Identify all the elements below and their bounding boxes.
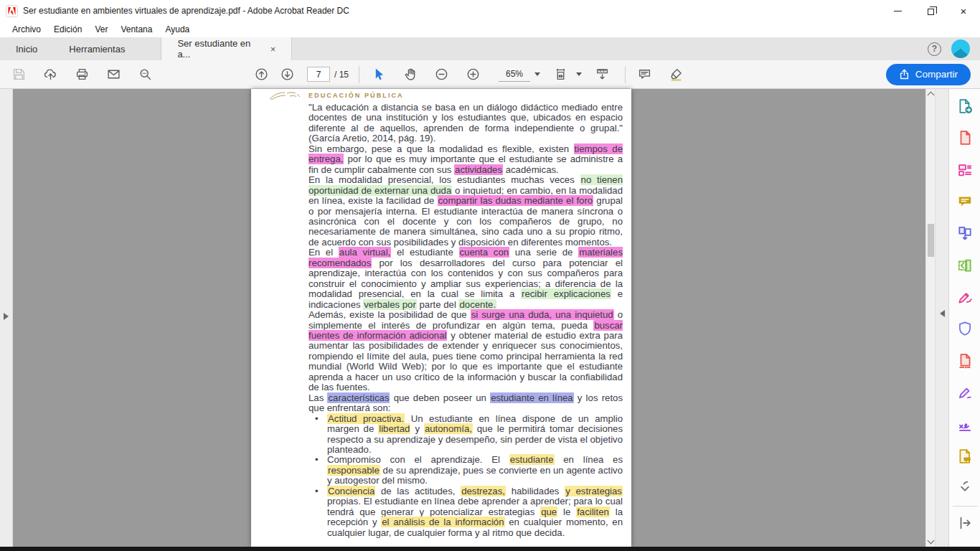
fit-width-icon bbox=[550, 65, 570, 85]
save-button[interactable] bbox=[9, 65, 29, 85]
tab-list: InicioHerramientasSer estudiante en a...… bbox=[0, 37, 292, 60]
share-icon bbox=[899, 69, 910, 80]
paragraph: Además, existe la posibilidad de que si … bbox=[308, 310, 623, 393]
titlebar: Ser estudiante en ambientes virtuales de… bbox=[0, 0, 980, 22]
menu-item-archivo[interactable]: Archivo bbox=[6, 24, 47, 34]
tools-sidebar bbox=[948, 89, 980, 547]
toolbar: / 15 65% Compartir bbox=[0, 60, 980, 89]
window-controls: × bbox=[881, 0, 980, 22]
doc-note-icon[interactable] bbox=[956, 448, 974, 463]
zoom-in-button[interactable] bbox=[463, 65, 483, 85]
combine-files-icon[interactable] bbox=[956, 225, 974, 241]
right-pane-toggle[interactable] bbox=[935, 89, 948, 547]
bullet-item: Conciencia de las actitudes, destrezas, … bbox=[308, 486, 623, 538]
find-button[interactable] bbox=[135, 65, 155, 85]
fill-sign-icon[interactable] bbox=[956, 289, 974, 305]
brand-title: EDUCACIÓN PÚBLICA bbox=[308, 92, 404, 99]
more-tools-icon[interactable] bbox=[956, 480, 974, 496]
paragraph: "La educación a distancia se basa en un … bbox=[308, 103, 623, 144]
page-count-label: / 15 bbox=[334, 70, 349, 80]
previous-page-button[interactable] bbox=[251, 65, 271, 85]
paragraph: En el aula virtual, el estudiante cuenta… bbox=[308, 248, 623, 310]
zoom-level-value: 65% bbox=[499, 67, 530, 82]
email-button[interactable] bbox=[103, 65, 123, 85]
hand-tool-button[interactable] bbox=[400, 65, 420, 85]
fit-page-button[interactable] bbox=[592, 65, 612, 85]
document-canvas: EDUCACIÓN PÚBLICA "La educación a distan… bbox=[13, 89, 925, 547]
export-pdf-icon[interactable] bbox=[956, 98, 974, 114]
minimize-button[interactable] bbox=[881, 0, 914, 22]
menu-item-ver[interactable]: Ver bbox=[88, 24, 114, 34]
help-icon[interactable]: ? bbox=[928, 42, 941, 56]
restore-button[interactable] bbox=[914, 0, 947, 22]
menu-item-edicion[interactable]: Edición bbox=[47, 24, 88, 34]
expand-pane-icon[interactable] bbox=[953, 506, 977, 531]
sign-pen-icon[interactable] bbox=[956, 385, 974, 400]
page-header: EDUCACIÓN PÚBLICA bbox=[251, 90, 631, 100]
menu-item-ventana[interactable]: Ventana bbox=[114, 24, 159, 34]
zoom-level-dropdown[interactable]: 65% bbox=[499, 67, 540, 82]
print-button[interactable] bbox=[72, 65, 92, 85]
tabbar-right: ? bbox=[928, 37, 980, 60]
tab-label: Ser estudiante en a... bbox=[177, 38, 261, 60]
workspace: EDUCACIÓN PÚBLICA "La educación a distan… bbox=[0, 89, 980, 547]
paragraph: Las características que deben poseer un … bbox=[308, 393, 623, 414]
zoom-out-button[interactable] bbox=[431, 65, 451, 85]
expand-right-icon bbox=[4, 313, 9, 320]
share-label: Compartir bbox=[915, 69, 958, 80]
upload-cloud-button[interactable] bbox=[40, 65, 60, 85]
fit-width-dropdown[interactable] bbox=[550, 65, 582, 85]
tab-inicio[interactable]: Inicio bbox=[0, 37, 53, 60]
next-page-button[interactable] bbox=[277, 65, 297, 85]
chevron-down-icon bbox=[576, 72, 582, 76]
collapse-left-icon bbox=[940, 310, 945, 317]
tab-label: Inicio bbox=[16, 44, 37, 55]
tab-label: Herramientas bbox=[69, 44, 125, 55]
comment-button[interactable] bbox=[634, 65, 654, 85]
paragraph: En la modalidad presencial, los estudian… bbox=[308, 175, 623, 248]
compress-pdf-icon[interactable] bbox=[956, 353, 974, 369]
avatar[interactable] bbox=[951, 39, 970, 58]
menu-item-ayuda[interactable]: Ayuda bbox=[159, 24, 196, 34]
tab-herramientas[interactable]: Herramientas bbox=[53, 37, 141, 60]
restore-icon bbox=[928, 9, 934, 15]
bullet-item: Actitud proactiva. Un estudiante en líne… bbox=[308, 414, 623, 456]
pdf-page: EDUCACIÓN PÚBLICA "La educación a distan… bbox=[251, 89, 631, 547]
left-pane-toggle[interactable] bbox=[0, 89, 13, 547]
page-number-input[interactable] bbox=[307, 67, 330, 82]
acrobat-app-icon bbox=[6, 5, 18, 17]
close-button[interactable]: × bbox=[947, 0, 980, 22]
page-text: "La educación a distancia se basa en un … bbox=[308, 103, 623, 538]
protect-icon[interactable] bbox=[956, 321, 974, 336]
window-title: Ser estudiante en ambientes virtuales de… bbox=[23, 6, 349, 16]
share-button[interactable]: Compartir bbox=[886, 64, 971, 85]
request-signatures-icon[interactable] bbox=[956, 416, 974, 432]
scroll-up-icon[interactable] bbox=[928, 92, 935, 99]
highlighter-button[interactable] bbox=[666, 65, 686, 85]
edit-pdf-icon[interactable] bbox=[956, 162, 974, 178]
menubar: ArchivoEdiciónVerVentanaAyuda bbox=[0, 22, 980, 37]
organize-pages-icon[interactable] bbox=[956, 258, 974, 273]
tabbar: InicioHerramientasSer estudiante en a...… bbox=[0, 37, 980, 60]
paragraph: Sin embargo, pese a que la modalidad es … bbox=[308, 144, 623, 175]
scrollbar-thumb[interactable] bbox=[928, 224, 934, 257]
taskbar-strip bbox=[0, 547, 980, 551]
scroll-down-icon[interactable] bbox=[928, 537, 935, 545]
tab-documento[interactable]: Ser estudiante en a...× bbox=[161, 37, 292, 60]
bullet-item: Compromiso con el aprendizaje. El estudi… bbox=[308, 455, 623, 486]
create-pdf-icon[interactable] bbox=[956, 130, 974, 146]
tab-close-icon[interactable]: × bbox=[270, 44, 276, 55]
comment-tool-icon[interactable] bbox=[956, 194, 974, 209]
vertical-scrollbar[interactable] bbox=[925, 89, 935, 547]
chevron-down-icon bbox=[534, 72, 540, 76]
bullet-list: Actitud proactiva. Un estudiante en líne… bbox=[308, 414, 623, 538]
select-tool-button[interactable] bbox=[368, 65, 388, 85]
sep-logo-fragment bbox=[268, 90, 301, 103]
minimize-icon bbox=[894, 11, 902, 11]
close-icon: × bbox=[961, 6, 967, 17]
